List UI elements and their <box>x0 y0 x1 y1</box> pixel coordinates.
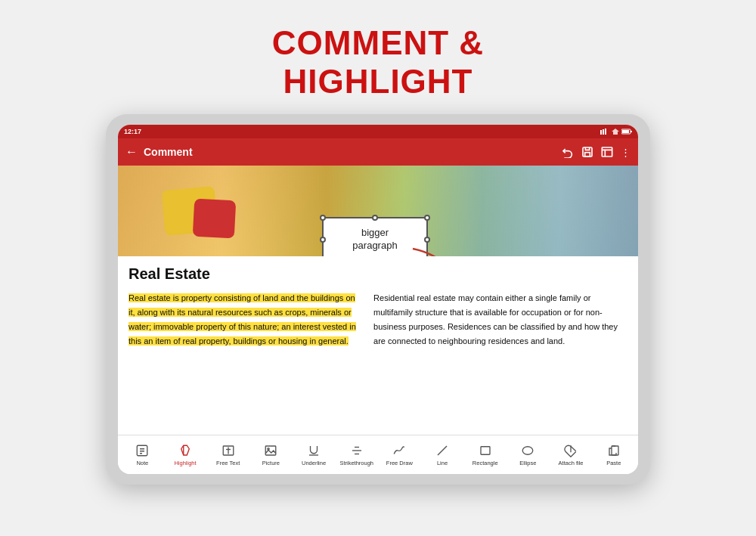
tool-ellipse[interactable]: Ellipse <box>507 443 550 466</box>
status-icons <box>600 129 632 135</box>
tool-strikethrough[interactable]: Strikethrough <box>335 443 378 466</box>
tool-free-text[interactable]: Free Text <box>206 443 249 466</box>
svg-point-24 <box>523 447 534 455</box>
hero-image: bigger paragraph <box>118 166 638 256</box>
attach-file-icon <box>563 443 578 458</box>
svg-rect-4 <box>631 131 632 132</box>
document-columns: Real estate is property consisting of la… <box>129 290 627 348</box>
tool-paste[interactable]: Paste <box>592 443 635 466</box>
app-bar-left: ← Comment <box>125 145 193 159</box>
svg-rect-18 <box>266 446 277 455</box>
highlighted-paragraph: Real estate is property consisting of la… <box>129 293 356 345</box>
svg-rect-25 <box>612 446 618 455</box>
attach-file-label: Attach file <box>559 460 584 466</box>
back-button[interactable]: ← <box>125 145 138 159</box>
pillow-red <box>193 199 237 239</box>
note-icon <box>135 443 150 458</box>
tool-attach-file[interactable]: Attach file <box>550 443 593 466</box>
strikethrough-icon <box>349 443 364 458</box>
page-title: COMMENT & HIGHLIGHT <box>0 24 756 101</box>
svg-rect-10 <box>138 445 148 456</box>
underline-label: Underline <box>302 460 326 466</box>
handle-tl <box>320 215 326 221</box>
svg-rect-8 <box>602 147 612 156</box>
underline-icon <box>306 443 321 458</box>
page-title-area: COMMENT & HIGHLIGHT <box>0 0 756 114</box>
svg-rect-1 <box>603 129 604 135</box>
picture-label: Picture <box>262 460 280 466</box>
svg-rect-0 <box>600 130 602 135</box>
tool-note[interactable]: Note <box>121 443 164 466</box>
strikethrough-label: Strikethrough <box>339 460 373 466</box>
svg-rect-2 <box>605 129 606 135</box>
tool-picture[interactable]: Picture <box>249 443 293 466</box>
handle-mr <box>424 237 430 243</box>
app-bar-right: ⋮ <box>562 146 631 158</box>
tablet-screen: 12:17 ← Comment ⋮ <box>118 125 638 474</box>
share-icon[interactable] <box>601 146 613 158</box>
svg-line-22 <box>438 446 447 455</box>
free-text-label: Free Text <box>216 460 240 466</box>
line-icon <box>435 443 450 458</box>
bottom-toolbar: Note Highlight Free Text <box>118 435 638 474</box>
document-content: Real Estate Real estate is property cons… <box>118 256 638 435</box>
free-draw-label: Free Draw <box>386 460 413 466</box>
note-label: Note <box>136 460 148 466</box>
ellipse-icon <box>520 443 535 458</box>
tool-free-draw[interactable]: Free Draw <box>378 443 421 466</box>
tablet-device: 12:17 ← Comment ⋮ <box>106 114 650 485</box>
document-title: Real Estate <box>129 265 627 283</box>
paste-icon <box>606 443 621 458</box>
status-bar: 12:17 <box>118 125 638 138</box>
handle-tm <box>372 215 378 221</box>
tool-line[interactable]: Line <box>421 443 464 466</box>
document-right-column: Residential real estate may contain eith… <box>373 290 627 348</box>
free-draw-icon <box>392 443 407 458</box>
tool-rectangle[interactable]: Rectangle <box>463 443 507 466</box>
ellipse-label: Ellipse <box>519 460 536 466</box>
highlight-icon <box>178 443 193 458</box>
tool-highlight[interactable]: Highlight <box>164 443 207 466</box>
document-left-column: Real estate is property consisting of la… <box>129 290 363 348</box>
status-time: 12:17 <box>124 128 141 135</box>
line-label: Line <box>437 460 448 466</box>
annotation-text: bigger paragraph <box>352 227 397 253</box>
svg-rect-5 <box>622 130 629 133</box>
app-bar: ← Comment ⋮ <box>118 138 638 166</box>
annotation-box[interactable]: bigger paragraph <box>322 217 428 256</box>
handle-ml <box>320 237 326 243</box>
tool-underline[interactable]: Underline <box>293 443 336 466</box>
app-bar-title: Comment <box>144 146 193 158</box>
svg-rect-7 <box>585 153 590 156</box>
svg-rect-23 <box>481 447 490 455</box>
free-text-icon <box>221 443 236 458</box>
paste-label: Paste <box>606 460 621 466</box>
save-icon[interactable] <box>581 146 593 158</box>
rectangle-icon <box>478 443 493 458</box>
picture-icon <box>263 443 278 458</box>
undo-icon[interactable] <box>562 146 574 158</box>
rectangle-label: Rectangle <box>472 460 498 466</box>
highlight-label: Highlight <box>174 460 196 466</box>
more-options-icon[interactable]: ⋮ <box>621 147 631 158</box>
right-paragraph: Residential real estate may contain eith… <box>373 293 618 345</box>
